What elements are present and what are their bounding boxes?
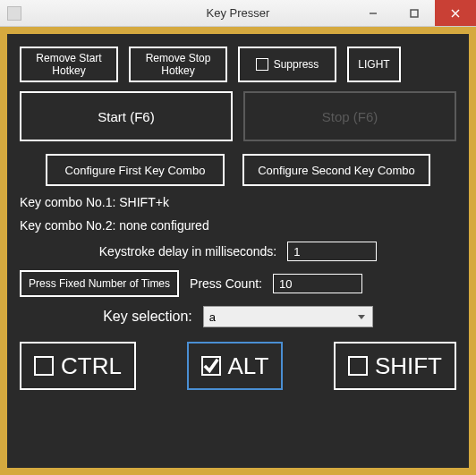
ctrl-label: CTRL bbox=[61, 352, 122, 380]
delay-input[interactable] bbox=[287, 242, 377, 261]
titlebar: Key Presser bbox=[0, 0, 476, 27]
alt-label: ALT bbox=[228, 352, 269, 380]
remove-start-hotkey-button[interactable]: Remove Start Hotkey bbox=[20, 47, 118, 82]
press-count-input[interactable] bbox=[273, 274, 362, 293]
shift-checkbox-icon bbox=[348, 356, 368, 376]
key-selection-dropdown[interactable]: a bbox=[203, 306, 373, 327]
maximize-button[interactable] bbox=[394, 0, 435, 26]
suppress-checkbox-icon bbox=[256, 58, 268, 71]
start-button[interactable]: Start (F6) bbox=[20, 91, 233, 141]
key-selection-label: Key selection: bbox=[103, 309, 192, 325]
alt-checkbox-icon bbox=[201, 356, 221, 376]
combo1-text: Key combo No.1: SHIFT+k bbox=[20, 195, 456, 209]
light-button[interactable]: LIGHT bbox=[347, 47, 401, 82]
press-count-label: Press Count: bbox=[190, 276, 262, 291]
maximize-icon bbox=[410, 9, 419, 18]
press-fixed-button[interactable]: Press Fixed Number of Times bbox=[20, 270, 179, 297]
remove-stop-hotkey-button[interactable]: Remove Stop Hotkey bbox=[129, 47, 227, 82]
delay-label: Keystroke delay in milliseconds: bbox=[99, 244, 276, 259]
suppress-toggle[interactable]: Suppress bbox=[238, 47, 336, 82]
shift-modifier-toggle[interactable]: SHIFT bbox=[334, 342, 456, 390]
shift-label: SHIFT bbox=[375, 352, 442, 380]
main-panel: Remove Start Hotkey Remove Stop Hotkey S… bbox=[7, 34, 469, 468]
key-selection-value: a bbox=[209, 310, 216, 324]
configure-second-combo-button[interactable]: Configure Second Key Combo bbox=[242, 154, 430, 186]
alt-modifier-toggle[interactable]: ALT bbox=[187, 342, 284, 390]
minimize-icon bbox=[369, 9, 378, 18]
suppress-label: Suppress bbox=[274, 58, 319, 71]
configure-first-combo-button[interactable]: Configure First Key Combo bbox=[46, 154, 225, 186]
ctrl-checkbox-icon bbox=[34, 356, 54, 376]
stop-button[interactable]: Stop (F6) bbox=[243, 91, 456, 141]
svg-rect-1 bbox=[411, 10, 418, 17]
close-icon bbox=[451, 9, 460, 18]
combo2-text: Key combo No.2: none configured bbox=[20, 218, 456, 233]
minimize-button[interactable] bbox=[353, 0, 394, 26]
close-button[interactable] bbox=[435, 0, 476, 26]
ctrl-modifier-toggle[interactable]: CTRL bbox=[20, 342, 136, 390]
app-icon bbox=[7, 6, 21, 21]
